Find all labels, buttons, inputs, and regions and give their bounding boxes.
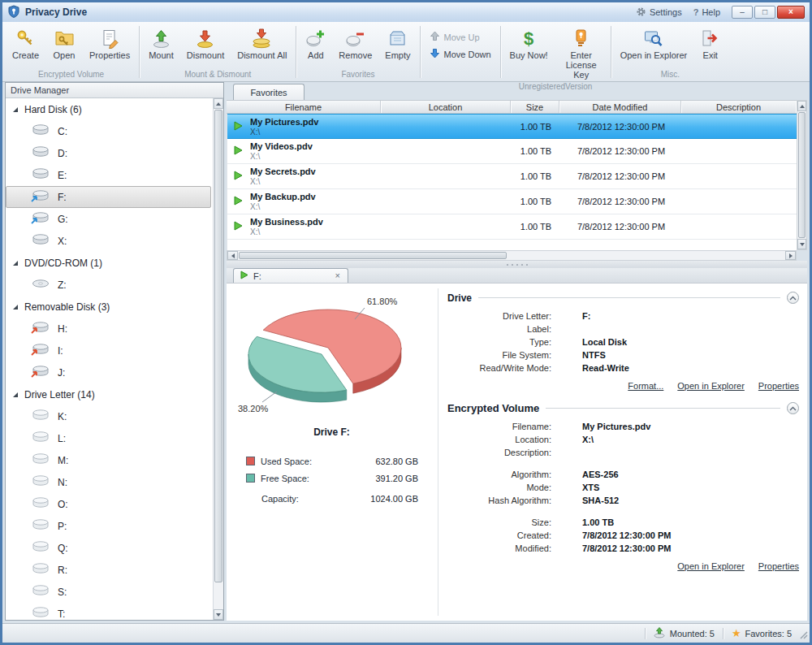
drive-label: Z: <box>58 279 67 291</box>
tree-item-drive-n[interactable]: N: <box>6 471 213 493</box>
tree-item-drive-k[interactable]: K: <box>6 405 213 427</box>
dismount-all-label: Dismount All <box>237 50 287 60</box>
title-bar[interactable]: Privacy Drive Settings ? Help – □ × <box>2 2 810 22</box>
scroll-up-icon[interactable] <box>797 101 806 111</box>
tree-item-drive-z[interactable]: Z: <box>6 274 213 296</box>
tree-group-label: Removable Disk (3) <box>24 301 110 313</box>
add-favorite-button[interactable]: Add <box>299 23 332 62</box>
tree-item-drive-h[interactable]: H: <box>6 318 213 340</box>
column-header-size[interactable]: Size <box>511 101 559 113</box>
tree-item-drive-x[interactable]: X: <box>6 230 213 252</box>
pane-splitter[interactable] <box>227 261 807 268</box>
enter-license-key-button[interactable]: Enter License Key <box>555 23 608 81</box>
column-header-filename[interactable]: Filename <box>227 101 381 113</box>
table-vertical-scrollbar[interactable] <box>797 100 807 250</box>
remove-favorite-button[interactable]: Remove <box>332 23 378 62</box>
tree-scrollbar[interactable] <box>213 98 223 620</box>
tree-item-drive-s[interactable]: S: <box>6 581 213 603</box>
resize-grip[interactable] <box>798 630 808 641</box>
tree-item-drive-m[interactable]: M: <box>6 449 213 471</box>
tree-item-drive-j[interactable]: J: <box>6 361 213 383</box>
table-horizontal-scrollbar[interactable] <box>227 250 797 261</box>
volume-location: X:\ <box>250 177 316 186</box>
cell-size: 1.00 TB <box>512 139 560 163</box>
maximize-button[interactable]: □ <box>754 6 775 19</box>
tree-group-dvd[interactable]: DVD/CD-ROM (1) <box>6 252 213 274</box>
tree-item-drive-p[interactable]: P: <box>6 515 213 537</box>
tab-favorites[interactable]: Favorites <box>233 84 304 100</box>
tree-item-drive-i[interactable]: I: <box>6 340 213 361</box>
move-up-button[interactable]: Move Up <box>430 31 491 43</box>
open-in-explorer-link[interactable]: Open in Explorer <box>677 381 745 391</box>
open-in-explorer-button[interactable]: Open in Explorer <box>614 23 694 62</box>
status-bar: Mounted: 5 ★ Favorites: 5 <box>2 623 810 643</box>
table-row[interactable]: My Business.pdv X:\ 1.00 TB 7/8/2012 12:… <box>227 214 797 240</box>
dismount-all-button[interactable]: Dismount All <box>231 23 293 62</box>
move-down-button[interactable]: Move Down <box>430 48 491 60</box>
tree-item-drive-q[interactable]: Q: <box>6 537 213 559</box>
exit-button[interactable]: Exit <box>693 23 727 62</box>
format-link[interactable]: Format... <box>628 381 663 391</box>
dismount-button[interactable]: Dismount <box>180 23 231 62</box>
minimize-button[interactable]: – <box>732 6 753 19</box>
scroll-down-icon[interactable] <box>214 609 223 620</box>
properties-button[interactable]: Properties <box>83 23 136 62</box>
dismount-all-icon <box>251 28 273 49</box>
favorites-status: ★ Favorites: 5 <box>732 628 792 639</box>
mount-button[interactable]: Mount <box>142 23 180 62</box>
close-tab-icon[interactable]: × <box>334 271 342 280</box>
help-button[interactable]: ? Help <box>693 7 720 17</box>
open-button[interactable]: Open <box>45 23 83 62</box>
buy-now-button[interactable]: $ Buy Now! <box>503 23 555 62</box>
tree-item-drive-t[interactable]: T: <box>6 603 213 620</box>
cell-location <box>382 115 512 138</box>
tree-item-drive-f-selected[interactable]: F: <box>6 186 211 208</box>
scroll-left-icon[interactable] <box>227 251 238 260</box>
scroll-up-icon[interactable] <box>214 98 223 109</box>
table-row[interactable]: My Backup.pdv X:\ 1.00 TB 7/8/2012 12:30… <box>227 189 797 214</box>
empty-favorites-button[interactable]: Empty <box>378 23 417 62</box>
open-in-explorer-link[interactable]: Open in Explorer <box>677 561 745 571</box>
properties-link[interactable]: Properties <box>758 561 799 571</box>
panel-divider <box>438 288 438 616</box>
tree-item-drive-d[interactable]: D: <box>6 142 213 164</box>
column-header-date-modified[interactable]: Date Modified <box>559 101 681 113</box>
column-header-location[interactable]: Location <box>381 101 511 113</box>
create-button[interactable]: Create <box>6 23 45 62</box>
tree-group-removable[interactable]: Removable Disk (3) <box>6 296 213 318</box>
tree-item-drive-e[interactable]: E: <box>6 164 213 186</box>
usage-chart-panel: 61.80% 38.20% Drive F: Used Space: 632.8… <box>227 284 436 621</box>
table-row-selected[interactable]: My Pictures.pdv X:\ 1.00 TB 7/8/2012 12:… <box>227 114 797 139</box>
settings-button[interactable]: Settings <box>636 6 682 19</box>
free-percent-label: 38.20% <box>238 404 269 413</box>
license-key-icon <box>571 28 591 49</box>
mounted-hard-disk-icon <box>31 189 50 205</box>
toolbar-group-buttons: Create Open Properties <box>6 23 136 69</box>
close-button[interactable]: × <box>777 6 805 19</box>
table-row[interactable]: My Secrets.pdv X:\ 1.00 TB 7/8/2012 12:3… <box>227 164 797 189</box>
scrollbar-thumb[interactable] <box>798 112 806 238</box>
scroll-down-icon[interactable] <box>797 239 806 249</box>
tree-item-drive-l[interactable]: L: <box>6 427 213 449</box>
tree-item-drive-r[interactable]: R: <box>6 559 213 581</box>
tree-group-drive-letter[interactable]: Drive Letter (14) <box>6 383 213 405</box>
chart-title: Drive F: <box>236 426 427 438</box>
table-row[interactable]: My Videos.pdv X:\ 1.00 TB 7/8/2012 12:30… <box>227 139 797 164</box>
scrollbar-thumb[interactable] <box>214 110 222 582</box>
collapse-section-icon[interactable] <box>787 292 799 304</box>
scroll-right-icon[interactable] <box>785 251 796 260</box>
toolbar-separator <box>420 26 421 78</box>
properties-link[interactable]: Properties <box>758 381 799 391</box>
column-header-description[interactable]: Description <box>681 101 796 113</box>
tree-item-drive-g[interactable]: G: <box>6 208 213 230</box>
scrollbar-thumb[interactable] <box>239 252 507 259</box>
tree-item-drive-o[interactable]: O: <box>6 493 213 515</box>
tree-item-drive-c[interactable]: C: <box>6 120 213 142</box>
help-label: Help <box>702 7 720 17</box>
buy-now-label: Buy Now! <box>510 50 548 60</box>
drive-label: I: <box>58 345 63 357</box>
tab-drive-f[interactable]: F: × <box>233 268 348 283</box>
collapse-section-icon[interactable] <box>787 402 799 414</box>
app-window: Privacy Drive Settings ? Help – □ × Crea… <box>0 0 812 645</box>
tree-group-hard-disk[interactable]: Hard Disk (6) <box>6 98 213 120</box>
